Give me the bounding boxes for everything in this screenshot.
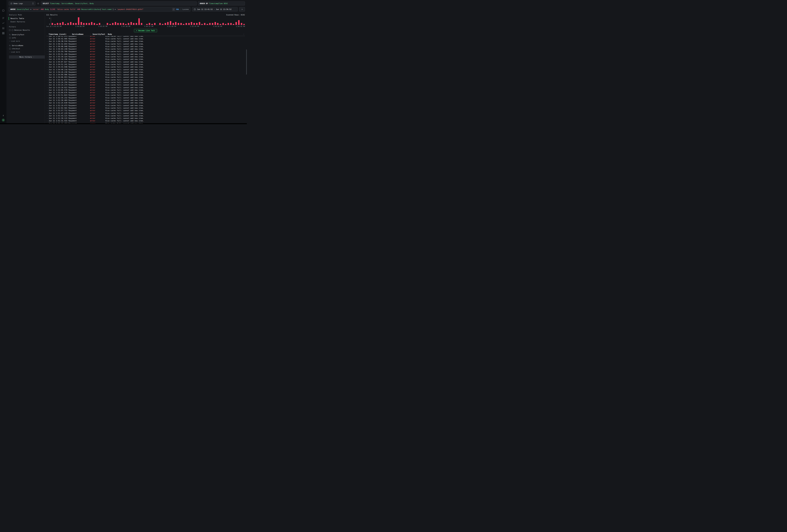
histogram-bar[interactable] (191, 22, 192, 25)
histogram-bar[interactable] (209, 23, 211, 25)
table-row[interactable]: › Jun 11 1:54:06.953 PM payment error Vi… (46, 76, 245, 79)
histogram-bar[interactable] (51, 23, 53, 25)
row-expand-chevron-icon[interactable]: › (46, 64, 49, 65)
nav-charts-button[interactable] (1, 21, 5, 25)
table-row[interactable]: › Jun 11 1:52:25.630 PM payment error Vi… (46, 102, 245, 104)
histogram-bar[interactable] (149, 23, 150, 25)
table-row[interactable]: › Jun 11 1:54:52.241 PM payment error Vi… (46, 63, 245, 66)
more-filters-button[interactable]: More filters (9, 56, 45, 59)
histogram-bar[interactable] (165, 23, 166, 25)
histogram-bar[interactable] (78, 17, 79, 25)
table-row[interactable]: › Jun 11 1:56:51.975 PM payment error Vi… (46, 36, 245, 38)
histogram-bar[interactable] (86, 23, 87, 25)
row-expand-chevron-icon[interactable]: › (46, 84, 49, 86)
histogram-bar[interactable] (172, 23, 174, 25)
row-expand-chevron-icon[interactable]: › (46, 107, 49, 109)
histogram-bar[interactable] (183, 24, 184, 25)
histogram-bar[interactable] (60, 23, 61, 25)
table-row[interactable]: › Jun 11 1:53:41.873 PM payment error Vi… (46, 79, 245, 81)
lucene-mode-toggle[interactable]: Lucene (183, 8, 189, 10)
histogram-bar[interactable] (139, 18, 140, 25)
row-expand-chevron-icon[interactable]: › (46, 82, 49, 83)
histogram-bar[interactable] (130, 22, 132, 25)
table-row[interactable]: › Jun 11 1:51:57.712 PM payment error Vi… (46, 109, 245, 112)
row-expand-chevron-icon[interactable]: › (46, 59, 49, 60)
row-expand-chevron-icon[interactable]: › (46, 112, 49, 114)
histogram-bar[interactable] (215, 22, 216, 25)
histogram-bar[interactable] (217, 23, 218, 25)
user-avatar[interactable]: U (2, 119, 5, 122)
load-more-severitytext[interactable]: Load more (9, 40, 43, 42)
filter-checkbox[interactable] (9, 48, 11, 49)
source-settings-button[interactable] (37, 2, 40, 5)
row-expand-chevron-icon[interactable]: › (46, 43, 49, 45)
row-expand-chevron-icon[interactable]: › (46, 110, 49, 111)
row-expand-chevron-icon[interactable]: › (46, 54, 49, 55)
table-row[interactable]: › Jun 11 1:54:43.948 PM payment error Vi… (46, 66, 245, 68)
row-expand-chevron-icon[interactable]: › (46, 66, 49, 68)
histogram-bar[interactable] (83, 23, 85, 25)
column-resize-handle[interactable]: ⋮ (105, 34, 107, 35)
histogram-bar[interactable] (235, 22, 237, 25)
table-row[interactable]: › Jun 11 1:51:43.121 PM payment error Vi… (46, 114, 245, 117)
order-by-input[interactable]: ORDER BY TimestampTime DESC (198, 1, 245, 5)
histogram-bar[interactable] (62, 22, 64, 25)
filter-group-servicename[interactable]: ServiceName (9, 45, 43, 47)
histogram-bar[interactable] (188, 23, 190, 25)
nav-logs-button[interactable] (1, 16, 5, 20)
histogram-bar[interactable] (207, 24, 208, 25)
histogram-bar[interactable] (167, 22, 169, 25)
denoise-results-toggle[interactable]: Denoise Results (9, 29, 43, 31)
histogram-bar[interactable] (170, 21, 171, 25)
row-expand-chevron-icon[interactable]: › (46, 61, 49, 63)
table-row[interactable]: › Jun 11 1:51:31.415 PM payment error Vi… (46, 120, 245, 122)
table-row[interactable]: › Jun 11 1:53:10.922 PM payment error Vi… (46, 86, 245, 89)
histogram-bar[interactable] (75, 23, 77, 25)
histogram-bar[interactable] (81, 22, 82, 25)
histogram-bar[interactable] (107, 23, 108, 25)
row-expand-chevron-icon[interactable]: › (46, 89, 49, 91)
histogram-bar[interactable] (196, 23, 197, 25)
row-expand-chevron-icon[interactable]: › (46, 71, 49, 73)
table-row[interactable]: › Jun 11 1:55:16.296 PM payment error Vi… (46, 58, 245, 61)
histogram-bar[interactable] (125, 24, 127, 25)
table-row[interactable]: › Jun 11 1:52:51.824 PM payment error Vi… (46, 94, 245, 97)
table-row[interactable]: › Jun 11 1:55:59.760 PM payment error Vi… (46, 50, 245, 53)
row-expand-chevron-icon[interactable]: › (46, 38, 49, 40)
table-row[interactable]: › Jun 11 1:52:35.232 PM payment error Vi… (46, 97, 245, 99)
histogram-bar[interactable] (199, 22, 200, 25)
table-row[interactable]: › Jun 11 1:51:47.229 PM payment error Vi… (46, 112, 245, 114)
run-query-button[interactable] (239, 7, 245, 12)
row-expand-chevron-icon[interactable]: › (46, 56, 49, 58)
where-query-input[interactable]: WHERE SeverityText = 'error' AND Body IL… (9, 7, 190, 12)
table-row[interactable]: › Jun 11 1:54:26.230 PM payment error Vi… (46, 71, 245, 73)
histogram-bar[interactable] (57, 23, 58, 25)
row-expand-chevron-icon[interactable]: › (46, 100, 49, 101)
table-row[interactable]: › Jun 11 1:51:22.458 PM payment error Vi… (46, 122, 245, 123)
histogram-bar[interactable] (243, 24, 245, 25)
histogram-bar[interactable] (162, 24, 163, 25)
histogram-bar[interactable] (123, 23, 124, 25)
table-row[interactable]: › Jun 11 1:56:08.948 PM payment error Vi… (46, 45, 245, 48)
histogram-bar[interactable] (91, 22, 92, 25)
app-logo-button[interactable] (2, 2, 5, 5)
histogram-bar[interactable] (222, 23, 224, 25)
histogram-bar[interactable] (154, 23, 155, 25)
histogram-bar[interactable] (159, 23, 161, 25)
histogram-bar[interactable] (204, 23, 206, 25)
histogram-bar[interactable] (193, 23, 195, 25)
histogram-bar[interactable] (178, 23, 179, 25)
histogram-bar[interactable] (88, 23, 90, 25)
row-expand-chevron-icon[interactable]: › (46, 115, 49, 116)
table-row[interactable]: › Jun 11 1:51:39.115 PM payment error Vi… (46, 117, 245, 120)
column-header-body[interactable]: ⋮ Body (105, 33, 243, 35)
select-query-input[interactable]: SELECT Timestamp, ServiceName, SeverityT… (41, 1, 197, 5)
table-row[interactable]: › Jun 11 1:53:24.274 PM payment error Vi… (46, 84, 245, 86)
histogram-bar[interactable] (238, 20, 239, 25)
table-row[interactable]: › Jun 11 1:55:51.448 PM payment error Vi… (46, 53, 245, 56)
table-row[interactable]: › Jun 11 1:56:03.248 PM payment error Vi… (46, 48, 245, 50)
table-row[interactable]: › Jun 11 1:54:09.906 PM payment error Vi… (46, 73, 245, 76)
help-button[interactable]: ? (2, 114, 5, 117)
histogram-bar[interactable] (241, 23, 242, 25)
histogram-bar[interactable] (136, 23, 137, 25)
